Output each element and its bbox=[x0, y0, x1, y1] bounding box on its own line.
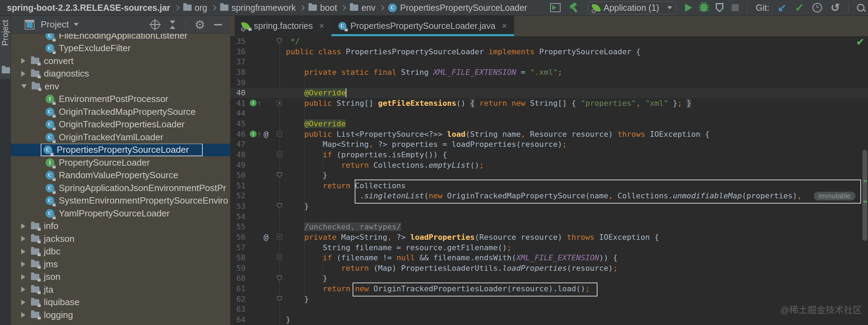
run-button[interactable] bbox=[685, 3, 692, 12]
tree-item-jdbc[interactable]: jdbc bbox=[11, 245, 230, 258]
code-line-64[interactable]: 64} bbox=[230, 315, 868, 325]
fold-marker-icon[interactable]: − bbox=[277, 234, 282, 239]
fold-marker-icon[interactable] bbox=[277, 172, 282, 177]
expand-arrow-icon[interactable] bbox=[21, 274, 25, 280]
code-line-39[interactable]: 39 bbox=[230, 78, 868, 88]
tree-item-jta[interactable]: jta bbox=[11, 283, 230, 296]
code-line-48[interactable]: 48− if (properties.isEmpty()) { bbox=[230, 150, 868, 160]
run-with-coverage-button[interactable] bbox=[716, 3, 723, 12]
editor-scrollbar[interactable] bbox=[862, 150, 867, 241]
code-line-54[interactable]: 54 bbox=[230, 212, 868, 222]
expand-arrow-icon[interactable] bbox=[21, 261, 25, 267]
code-line-41[interactable]: 41I↑+ public String[] getFileExtensions(… bbox=[230, 98, 868, 109]
breadcrumb-item[interactable]: spring-boot-2.2.3.RELEASE-sources.jar bbox=[7, 3, 170, 13]
tree-item-propertiespropertysourceloader[interactable]: CPropertiesPropertySourceLoader bbox=[11, 144, 230, 157]
tree-item-jackson[interactable]: jackson bbox=[11, 232, 230, 245]
expand-arrow-icon[interactable] bbox=[21, 249, 25, 254]
search-everywhere-icon[interactable] bbox=[857, 4, 865, 11]
close-icon[interactable]: × bbox=[319, 21, 324, 31]
expand-arrow-icon[interactable] bbox=[21, 58, 25, 64]
code-line-56[interactable]: 56@− private Map<String, ?> loadProperti… bbox=[230, 232, 868, 243]
expand-arrow-icon[interactable] bbox=[21, 223, 25, 229]
fold-marker-icon[interactable]: + bbox=[277, 100, 282, 105]
tree-item-logging[interactable]: logging bbox=[11, 309, 230, 322]
tree-item-systemenvironmentpropertysourceenviro[interactable]: CSystemEnvironmentPropertySourceEnviro bbox=[11, 195, 230, 207]
code-line-46[interactable]: 46I↑@− public List<PropertySource<?>> lo… bbox=[230, 129, 868, 140]
expand-arrow-icon[interactable] bbox=[21, 300, 25, 305]
code-line-63[interactable]: 63 bbox=[230, 304, 868, 315]
tab-spring.factories[interactable]: spring.factories× bbox=[235, 16, 331, 36]
project-panel-title[interactable]: Project bbox=[41, 19, 69, 30]
tree-item-environmentpostprocessor[interactable]: IEnvironmentPostProcessor bbox=[11, 93, 230, 106]
fold-marker-icon[interactable] bbox=[277, 38, 282, 43]
tree-item-diagnostics[interactable]: diagnostics bbox=[11, 68, 230, 80]
code-line-50[interactable]: 50 } bbox=[230, 170, 868, 181]
tree-item-liquibase[interactable]: liquibase bbox=[11, 296, 230, 309]
tree-item-yamlpropertysourceloader[interactable]: CYamlPropertySourceLoader bbox=[11, 207, 230, 220]
code-line-47[interactable]: 47 Map<String, ?> properties = loadPrope… bbox=[230, 139, 868, 150]
git-update-icon[interactable]: ↙ bbox=[778, 2, 786, 13]
overrides-marker-icon[interactable]: I bbox=[250, 130, 257, 137]
code-line-36[interactable]: 36public class PropertiesPropertySourceL… bbox=[230, 47, 868, 57]
tab-PropertiesPropertySourceLoader.java[interactable]: CPropertiesPropertySourceLoader.java× bbox=[331, 16, 514, 36]
breadcrumb-item[interactable]: env bbox=[350, 3, 375, 13]
code-line-60[interactable]: 60 } bbox=[230, 273, 868, 284]
breadcrumb-item[interactable]: boot bbox=[308, 3, 337, 13]
tree-item-convert[interactable]: convert bbox=[11, 55, 230, 68]
tree-item-springapplicationjsonenvironmentpostpr[interactable]: CSpringApplicationJsonEnvironmentPostPr bbox=[11, 182, 230, 195]
fold-marker-icon[interactable] bbox=[277, 275, 282, 280]
tree-item-jms[interactable]: jms bbox=[11, 258, 230, 271]
tree-item-origintrackedpropertiesloader[interactable]: COriginTrackedPropertiesLoader bbox=[11, 118, 230, 131]
tree-item-typeexcludefilter[interactable]: CTypeExcludeFilter bbox=[11, 42, 230, 55]
fold-marker-icon[interactable]: − bbox=[277, 255, 282, 260]
tree-item-fileencodingapplicationlistener[interactable]: CFileEncodingApplicationListener bbox=[11, 33, 230, 42]
project-stripe-button[interactable]: Project bbox=[0, 16, 10, 79]
fold-marker-icon[interactable] bbox=[277, 203, 282, 208]
run-anything-icon[interactable] bbox=[550, 3, 561, 12]
code-line-35[interactable]: 35 */ bbox=[230, 36, 868, 47]
code-line-58[interactable]: 58− if (filename != null && filename.end… bbox=[230, 253, 868, 263]
code-line-49[interactable]: 49 return Collections.emptyList(); bbox=[230, 160, 868, 171]
code-line-44[interactable]: 44 bbox=[230, 108, 868, 119]
stop-button[interactable] bbox=[732, 4, 739, 11]
code-line-37[interactable]: 37 bbox=[230, 57, 868, 67]
expand-arrow-icon[interactable] bbox=[21, 287, 25, 292]
hide-panel-icon[interactable] bbox=[214, 24, 222, 25]
breadcrumb-item[interactable]: CPropertiesPropertySourceLoader bbox=[388, 3, 527, 13]
rollback-icon[interactable]: ↺ bbox=[830, 2, 840, 13]
collapse-arrow-icon[interactable] bbox=[21, 84, 27, 88]
debug-button[interactable] bbox=[700, 3, 707, 12]
tree-item-env[interactable]: env bbox=[11, 80, 230, 93]
tree-item-origintrackedmappropertysource[interactable]: COriginTrackedMapPropertySource bbox=[11, 105, 230, 118]
code-line-55[interactable]: 55 /unchecked, rawtypes/ bbox=[230, 222, 868, 232]
breadcrumb-item[interactable]: org bbox=[183, 3, 207, 13]
tree-item-origintrackedyamlloader[interactable]: COriginTrackedYamlLoader bbox=[11, 131, 230, 144]
collapse-all-icon[interactable] bbox=[169, 20, 176, 29]
code-line-45[interactable]: 45 @Override bbox=[230, 119, 868, 129]
fold-marker-icon[interactable]: − bbox=[277, 152, 282, 157]
expand-arrow-icon[interactable] bbox=[21, 236, 25, 241]
inspection-ok-icon[interactable]: ✔ bbox=[856, 36, 864, 48]
fold-marker-icon[interactable] bbox=[277, 296, 282, 301]
run-configuration-select[interactable]: Application (1) bbox=[588, 1, 677, 14]
code-line-57[interactable]: 57 String filename = resource.getFilenam… bbox=[230, 243, 868, 253]
code-line-40[interactable]: 40 @Override bbox=[230, 88, 868, 98]
locate-file-icon[interactable] bbox=[151, 20, 160, 29]
code-area[interactable]: 35 */36public class PropertiesPropertySo… bbox=[230, 36, 868, 325]
overrides-marker-icon[interactable]: I bbox=[250, 100, 257, 106]
git-commit-icon[interactable]: ✓ bbox=[795, 2, 804, 13]
expand-arrow-icon[interactable] bbox=[21, 71, 25, 77]
tree-item-json[interactable]: json bbox=[11, 271, 230, 284]
code-line-59[interactable]: 59 return (Map) PropertiesLoaderUtils.lo… bbox=[230, 263, 868, 274]
expand-arrow-icon[interactable] bbox=[21, 312, 25, 318]
build-hammer-icon[interactable] bbox=[569, 2, 579, 13]
code-line-38[interactable]: 38 private static final String XML_FILE_… bbox=[230, 67, 868, 78]
breadcrumb-item[interactable]: springframework bbox=[220, 3, 296, 13]
fold-marker-icon[interactable]: − bbox=[277, 131, 282, 136]
gear-icon[interactable]: ⚙ bbox=[195, 19, 205, 31]
tree-item-info[interactable]: info bbox=[11, 220, 230, 233]
tree-item-randomvaluepropertysource[interactable]: CRandomValuePropertySource bbox=[11, 169, 230, 182]
close-icon[interactable]: × bbox=[502, 21, 507, 31]
chevron-down-icon[interactable] bbox=[74, 23, 79, 26]
tree-item-propertysourceloader[interactable]: IPropertySourceLoader bbox=[11, 156, 230, 169]
